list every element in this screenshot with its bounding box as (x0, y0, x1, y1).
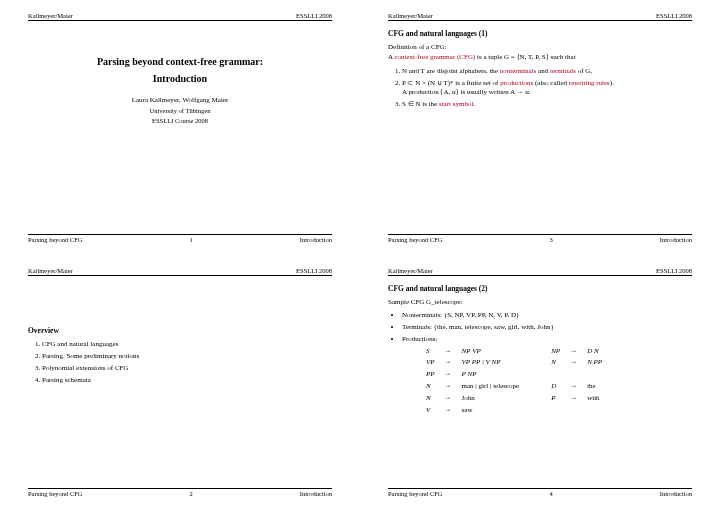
course: ESSLLI Course 2008 (28, 117, 332, 124)
footer: Parsing beyond CFG 1 Introduction (28, 234, 332, 243)
definition-label: Definition of a CFG: (388, 43, 692, 53)
list-item: Terminals: {the, man, telescope, saw, gi… (402, 323, 692, 332)
header-left: Kallmeyer/Maier (388, 12, 433, 19)
page-subtitle: Introduction (28, 73, 332, 84)
header-right: ESSLLI 2008 (656, 267, 692, 274)
header-left: Kallmeyer/Maier (388, 267, 433, 274)
header: Kallmeyer/Maier ESSLLI 2008 (28, 267, 332, 276)
footer-left: Parsing beyond CFG (388, 236, 443, 243)
footer-right: Introduction (660, 236, 692, 243)
definition-list: N and T are disjoint alphabets, the nont… (388, 67, 692, 109)
header-right: ESSLLI 2008 (656, 12, 692, 19)
production-note: A production ⟨A, α⟩ is usually written A… (402, 88, 692, 97)
footer: Parsing beyond CFG 4 Introduction (388, 488, 692, 497)
table-row: N→JohnP→with (422, 394, 606, 404)
list-item: N and T are disjoint alphabets, the nont… (402, 67, 692, 76)
slide-2: Kallmeyer/Maier ESSLLI 2008 Overview CFG… (0, 255, 360, 510)
header-right: ESSLLI 2008 (296, 267, 332, 274)
footer: Parsing beyond CFG 3 Introduction (388, 234, 692, 243)
university: University of Tübingen (28, 107, 332, 114)
footer-left: Parsing beyond CFG (28, 236, 83, 243)
list-item: P ⊂ N × (N ∪ T)* is a finite set of prod… (402, 79, 692, 97)
sample-label: Sample CFG G_telescope: (388, 298, 692, 308)
header-right: ESSLLI 2008 (296, 12, 332, 19)
footer-right: Introduction (300, 490, 332, 497)
cfg-link: context-free grammar (CFG) (394, 53, 475, 61)
list-item: CFG and natural languages (42, 340, 332, 349)
footer-pagenum: 2 (190, 490, 193, 497)
table-row: V→saw (422, 406, 606, 416)
header-left: Kallmeyer/Maier (28, 12, 73, 19)
table-row: S→NP VPNP→D N (422, 347, 606, 357)
header: Kallmeyer/Maier ESSLLI 2008 (388, 12, 692, 21)
slide-3: Kallmeyer/Maier ESSLLI 2008 CFG and natu… (360, 0, 720, 255)
footer-right: Introduction (300, 236, 332, 243)
slide-1: Kallmeyer/Maier ESSLLI 2008 Parsing beyo… (0, 0, 360, 255)
grammar-list: Nonterminals: {S, NP, VP, PP, N, V, P, D… (388, 311, 692, 417)
table-row: PP→P NP (422, 370, 606, 380)
list-item: Parsing schemata (42, 376, 332, 385)
section-heading: Overview (28, 326, 332, 335)
table-row: VP→VP PP | V NPN→N PP (422, 358, 606, 368)
slide-4: Kallmeyer/Maier ESSLLI 2008 CFG and natu… (360, 255, 720, 510)
footer-pagenum: 1 (190, 236, 193, 243)
footer-right: Introduction (660, 490, 692, 497)
header: Kallmeyer/Maier ESSLLI 2008 (388, 267, 692, 276)
list-item: Nonterminals: {S, NP, VP, PP, N, V, P, D… (402, 311, 692, 320)
production-table: S→NP VPNP→D N VP→VP PP | V NPN→N PP PP→P… (420, 345, 608, 418)
footer-left: Parsing beyond CFG (28, 490, 83, 497)
footer-pagenum: 3 (550, 236, 553, 243)
header: Kallmeyer/Maier ESSLLI 2008 (28, 12, 332, 21)
footer: Parsing beyond CFG 2 Introduction (28, 488, 332, 497)
page-title: Parsing beyond context-free grammar: (28, 56, 332, 67)
header-left: Kallmeyer/Maier (28, 267, 73, 274)
overview-list: CFG and natural languages Parsing. Some … (28, 340, 332, 385)
footer-pagenum: 4 (550, 490, 553, 497)
authors: Laura Kallmeyer, Wolfgang Maier (28, 96, 332, 104)
table-row: N→man | girl | telescopeD→the (422, 382, 606, 392)
section-heading: CFG and natural languages (2) (388, 284, 692, 293)
definition-line: A context-free grammar (CFG) is a tuple … (388, 53, 692, 63)
list-item: Parsing. Some preliminary notions (42, 352, 332, 361)
list-item: S ∈ N is the start symbol. (402, 100, 692, 109)
section-heading: CFG and natural languages (1) (388, 29, 692, 38)
list-item: Productions: S→NP VPNP→D N VP→VP PP | V … (402, 335, 692, 417)
footer-left: Parsing beyond CFG (388, 490, 443, 497)
list-item: Polynomial extensions of CFG (42, 364, 332, 373)
